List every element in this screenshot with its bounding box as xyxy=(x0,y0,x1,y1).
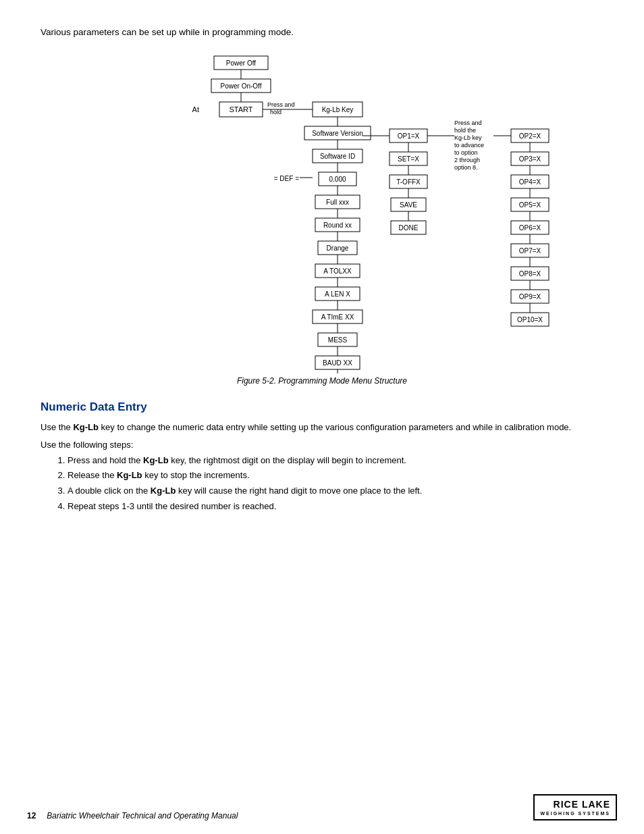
figure-caption: Figure 5-2. Programming Mode Menu Struct… xyxy=(41,376,603,386)
svg-text:Full xxx: Full xxx xyxy=(326,199,349,206)
svg-text:Kg-Lb Key: Kg-Lb Key xyxy=(322,106,354,113)
svg-text:OP3=X: OP3=X xyxy=(519,155,541,163)
svg-text:T-OFFX: T-OFFX xyxy=(396,178,421,186)
body-text-1: Use the Kg-Lb key to change the numeric … xyxy=(41,421,603,434)
svg-text:OP7=X: OP7=X xyxy=(519,247,541,255)
svg-text:hold the: hold the xyxy=(454,127,476,134)
footer-doc: Bariatric Wheelchair Technical and Opera… xyxy=(47,811,238,820)
svg-text:hold: hold xyxy=(270,109,281,115)
svg-text:Power On-Off: Power On-Off xyxy=(221,82,262,90)
svg-text:OP6=X: OP6=X xyxy=(519,224,541,232)
svg-text:A TImE XX: A TImE XX xyxy=(321,313,354,321)
svg-text:A LEN X: A LEN X xyxy=(325,290,350,298)
footer: 12 Bariatric Wheelchair Technical and Op… xyxy=(0,794,644,820)
svg-text:OP8=X: OP8=X xyxy=(519,270,541,278)
page-content: Various parameters can be set up while i… xyxy=(0,0,644,548)
svg-text:to option: to option xyxy=(454,149,478,156)
svg-text:option 8.: option 8. xyxy=(454,164,478,171)
svg-text:OP5=X: OP5=X xyxy=(519,201,541,209)
svg-text:0.000: 0.000 xyxy=(329,176,346,183)
svg-text:to advance: to advance xyxy=(454,142,484,149)
section-heading: Numeric Data Entry xyxy=(41,400,603,414)
svg-text:Software Version: Software Version xyxy=(312,130,363,137)
svg-text:Press and: Press and xyxy=(454,120,482,126)
svg-text:A TOLXX: A TOLXX xyxy=(323,267,352,275)
step-4: Repeat steps 1-3 until the desired numbe… xyxy=(68,500,603,514)
svg-text:Round xx: Round xx xyxy=(323,221,352,229)
svg-text:Power Off: Power Off xyxy=(226,59,256,67)
page-number: 12 xyxy=(27,811,36,820)
step-1: Press and hold the Kg-Lb key, the rightm… xyxy=(68,454,603,468)
svg-text:Drange: Drange xyxy=(327,244,349,252)
svg-text:At: At xyxy=(192,105,199,113)
svg-text:SET=X: SET=X xyxy=(398,155,419,163)
steps-list: Press and hold the Kg-Lb key, the rightm… xyxy=(68,454,603,514)
svg-text:OP1=X: OP1=X xyxy=(398,132,420,140)
svg-text:Software ID: Software ID xyxy=(320,153,355,160)
svg-text:DONE: DONE xyxy=(399,224,419,232)
svg-text:START: START xyxy=(229,105,252,113)
steps-intro: Use the following steps: xyxy=(41,440,603,450)
svg-text:= DEF =: = DEF = xyxy=(274,175,299,182)
logo-name: RICE LAKE xyxy=(540,798,610,810)
step-3: A double click on the Kg-Lb key will cau… xyxy=(68,484,603,498)
svg-text:2 through: 2 through xyxy=(454,157,480,163)
logo-sub: WEIGHING SYSTEMS xyxy=(540,810,610,816)
svg-text:OP10=X: OP10=X xyxy=(517,316,543,323)
svg-text:MESS: MESS xyxy=(328,336,348,344)
logo: RICE LAKE WEIGHING SYSTEMS xyxy=(533,794,617,820)
step-2: Release the Kg-Lb key to stop the increm… xyxy=(68,469,603,483)
svg-text:OP2=X: OP2=X xyxy=(519,132,541,140)
intro-text: Various parameters can be set up while i… xyxy=(41,27,603,37)
svg-text:Kg-Lb key: Kg-Lb key xyxy=(454,134,482,141)
svg-text:OP9=X: OP9=X xyxy=(519,293,541,301)
svg-text:OP4=X: OP4=X xyxy=(519,178,541,186)
svg-text:SAVE: SAVE xyxy=(400,201,417,209)
svg-text:Press and: Press and xyxy=(267,101,295,108)
svg-text:BAUD XX: BAUD XX xyxy=(323,359,352,367)
flowchart: Power Off Power On-Off START At Press an… xyxy=(79,49,565,373)
